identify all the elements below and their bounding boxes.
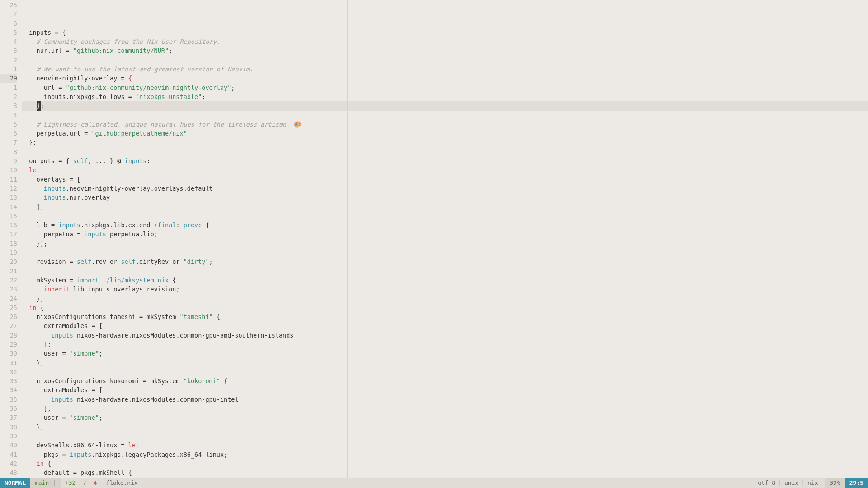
code-line[interactable]: ]; xyxy=(22,202,868,211)
line-number: 33 xyxy=(0,376,17,385)
code-line[interactable] xyxy=(22,367,868,376)
code-area[interactable]: 2576543212912345678910111213141516171819… xyxy=(0,0,868,478)
code-line[interactable]: extraModules = [ xyxy=(22,321,868,330)
cursor-position: 29:5 xyxy=(845,478,868,488)
code-line[interactable]: in { xyxy=(22,459,868,468)
scroll-percent: 39% xyxy=(825,478,844,488)
code-line[interactable]: }; xyxy=(22,358,868,367)
line-number: 21 xyxy=(0,267,17,276)
mode-indicator: NORMAL xyxy=(0,478,30,488)
line-number: 10 xyxy=(0,165,17,174)
line-number: 5 xyxy=(0,28,17,37)
code-line[interactable] xyxy=(22,211,868,221)
line-number: 6 xyxy=(0,19,17,28)
line-number: 1 xyxy=(0,65,17,74)
line-number: 14 xyxy=(0,202,17,211)
line-number: 11 xyxy=(0,175,17,184)
code-line[interactable]: user = "simone"; xyxy=(22,349,868,358)
separator: | xyxy=(775,478,784,488)
line-number: 1 xyxy=(0,83,17,92)
line-number: 34 xyxy=(0,385,17,394)
code-line[interactable]: }; xyxy=(22,101,868,110)
file-type: nix xyxy=(807,478,818,488)
line-number: 8 xyxy=(0,147,17,156)
pipe-separator: | xyxy=(49,478,56,488)
code-line[interactable]: }; xyxy=(22,422,868,432)
line-number: 24 xyxy=(0,294,17,303)
code-line[interactable] xyxy=(22,248,868,257)
code-line[interactable]: packages = [ pkgs.just ]; xyxy=(22,477,868,478)
code-line[interactable]: nixosConfigurations.tameshi = mkSystem "… xyxy=(22,312,868,321)
code-line[interactable]: }; xyxy=(22,294,868,303)
code-line[interactable]: in { xyxy=(22,303,868,312)
code-line[interactable]: inputs.neovim-nightly-overlay.overlays.d… xyxy=(22,184,868,193)
code-line[interactable]: inputs.nixos-hardware.nixosModules.commo… xyxy=(22,395,868,404)
line-number: 2 xyxy=(0,56,17,65)
code-line[interactable]: }; xyxy=(22,138,868,147)
code-content[interactable]: inputs = { # Community packages from the… xyxy=(22,0,868,478)
code-line[interactable]: ]; xyxy=(22,340,868,349)
code-line[interactable]: pkgs = inputs.nixpkgs.legacyPackages.x86… xyxy=(22,450,868,459)
line-number: 15 xyxy=(0,211,17,221)
code-line[interactable]: url = "github:nix-community/neovim-night… xyxy=(22,83,868,92)
diff-deleted: -4 xyxy=(90,478,97,488)
code-line[interactable]: inputs.nixos-hardware.nixosModules.commo… xyxy=(22,331,868,340)
line-number: 28 xyxy=(0,331,17,340)
line-number: 3 xyxy=(0,101,17,110)
code-line[interactable]: mkSystem = import ./lib/mksystem.nix { xyxy=(22,276,868,285)
line-number: 43 xyxy=(0,468,17,477)
line-number: 25 xyxy=(0,303,17,312)
code-line[interactable]: nixosConfigurations.kokoromi = mkSystem … xyxy=(22,376,868,385)
line-number: 42 xyxy=(0,459,17,468)
code-line[interactable]: let xyxy=(22,165,868,174)
line-number: 29 xyxy=(0,340,17,349)
code-line[interactable]: revision = self.rev or self.dirtyRev or … xyxy=(22,257,868,266)
line-number: 36 xyxy=(0,404,17,413)
line-number-gutter: 2576543212912345678910111213141516171819… xyxy=(0,0,22,478)
line-number: 4 xyxy=(0,37,17,46)
code-line[interactable]: perpetua = inputs.perpetua.lib; xyxy=(22,230,868,239)
line-number: 35 xyxy=(0,395,17,404)
line-number: 3 xyxy=(0,46,17,55)
status-line: NORMAL main | +32 ~7 -4 flake.nix utf-8 … xyxy=(0,478,868,488)
code-line[interactable]: user = "simone"; xyxy=(22,413,868,422)
line-number: 7 xyxy=(0,138,17,147)
line-number: 12 xyxy=(0,184,17,193)
code-line[interactable]: inputs.nixpkgs.follows = "nixpkgs-unstab… xyxy=(22,92,868,101)
line-number: 5 xyxy=(0,120,17,129)
code-line[interactable]: inherit lib inputs overlays revision; xyxy=(22,285,868,294)
line-number: 39 xyxy=(0,432,17,441)
code-line[interactable]: perpetua.url = "github:perpetuatheme/nix… xyxy=(22,129,868,138)
code-line[interactable]: extraModules = [ xyxy=(22,385,868,394)
line-number: 6 xyxy=(0,129,17,138)
diff-added: +32 xyxy=(65,478,75,488)
code-line[interactable]: neovim-nightly-overlay = { xyxy=(22,74,868,83)
line-number: 37 xyxy=(0,413,17,422)
code-line[interactable]: nur.url = "github:nix-community/NUR"; xyxy=(22,46,868,55)
separator: | xyxy=(798,478,807,488)
line-number: 2 xyxy=(0,92,17,101)
code-line[interactable]: outputs = { self, ... } @ inputs: xyxy=(22,156,868,165)
code-line[interactable]: }); xyxy=(22,239,868,248)
code-line[interactable] xyxy=(22,432,868,441)
code-line[interactable]: # We want to use the latest-and-greatest… xyxy=(22,65,868,74)
code-line[interactable] xyxy=(22,111,868,120)
code-line[interactable]: default = pkgs.mkShell { xyxy=(22,468,868,477)
line-number: 40 xyxy=(0,441,17,450)
code-line[interactable]: inputs = { xyxy=(22,28,868,37)
code-line[interactable]: ]; xyxy=(22,404,868,413)
code-line[interactable]: # Lightness-calibrated, unique natural h… xyxy=(22,120,868,129)
code-line[interactable]: overlays = [ xyxy=(22,175,868,184)
line-number: 16 xyxy=(0,221,17,230)
line-number: 18 xyxy=(0,239,17,248)
code-line[interactable]: lib = inputs.nixpkgs.lib.extend (final: … xyxy=(22,221,868,230)
code-line[interactable] xyxy=(22,267,868,276)
code-line[interactable] xyxy=(22,147,868,156)
line-number: 27 xyxy=(0,321,17,330)
color-column xyxy=(347,0,348,478)
editor-window: 2576543212912345678910111213141516171819… xyxy=(0,0,868,488)
code-line[interactable]: inputs.nur.overlay xyxy=(22,193,868,202)
code-line[interactable]: # Community packages from the Nix User R… xyxy=(22,37,868,46)
code-line[interactable]: devShells.x86_64-linux = let xyxy=(22,441,868,450)
code-line[interactable] xyxy=(22,56,868,65)
